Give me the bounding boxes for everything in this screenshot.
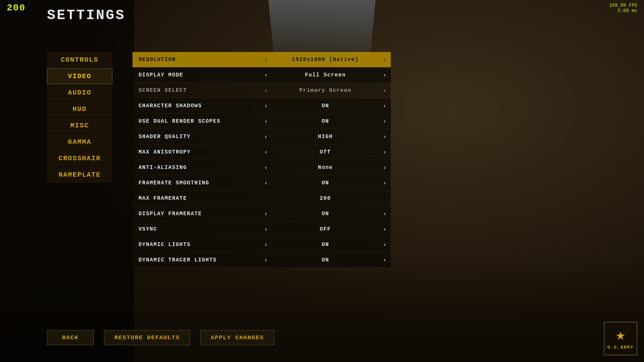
character-shadows-value: ON: [272, 103, 379, 109]
setting-control-dual-render: ‹ ON ›: [260, 114, 391, 129]
setting-row-display-framerate: DISPLAY FRAMERATE ‹ ON ›: [132, 206, 391, 222]
max-anisotropy-value: Off: [272, 149, 379, 155]
sidebar-item-nameplate[interactable]: NAMEPLATE: [47, 167, 112, 183]
bottom-bar: BACK RESTORE DEFAULTS APPLY CHANGES: [47, 330, 274, 345]
restore-defaults-button[interactable]: RESTORE DEFAULTS: [104, 330, 190, 345]
setting-label-max-framerate: MAX FRAMERATE: [132, 195, 260, 201]
sidebar-item-audio[interactable]: AUDIO: [47, 85, 112, 101]
setting-label-dynamic-lights: DYNAMIC LIGHTS: [132, 242, 260, 248]
setting-label-screen-select: SCREEN SELECT: [132, 87, 260, 94]
sidebar-item-crosshair[interactable]: CROSSHAIR: [47, 150, 112, 166]
anti-aliasing-prev-button[interactable]: ‹: [260, 160, 272, 175]
max-framerate-value: 200: [260, 195, 391, 201]
setting-label-max-anisotropy: MAX ANISOTROPY: [132, 149, 260, 155]
display-mode-value: Full Screen: [272, 72, 379, 78]
setting-row-resolution: RESOLUTION ‹ 644x362 [Native] ›: [132, 52, 391, 67]
setting-control-screen-select: ‹ Primary Screen ›: [260, 83, 391, 98]
setting-control-shader-quality: ‹ HIGH ›: [260, 129, 391, 144]
setting-control-anti-aliasing: ‹ None ›: [260, 160, 391, 175]
sidebar-item-gamma[interactable]: GAMMA: [47, 134, 112, 150]
shader-quality-value: HIGH: [272, 134, 379, 140]
setting-label-dual-render: USE DUAL RENDER SCOPES: [132, 118, 260, 124]
setting-control-framerate-smoothing: ‹ ON ›: [260, 175, 391, 191]
resolution-prev-button[interactable]: ‹: [260, 52, 272, 67]
setting-control-vsync: ‹ OFF ›: [260, 222, 391, 237]
character-shadows-prev-button[interactable]: ‹: [260, 98, 272, 114]
max-anisotropy-prev-button[interactable]: ‹: [260, 144, 272, 160]
army-text: U.S.ARMY: [607, 345, 634, 350]
display-framerate-next-button[interactable]: ›: [379, 206, 391, 222]
setting-label-character-shadows: CHARACTER SHADOWS: [132, 103, 260, 109]
apply-changes-button[interactable]: APPLY CHANGES: [200, 330, 274, 345]
settings-panel: RESOLUTION ‹ 644x362 [Native] › DISPLA…: [132, 52, 391, 268]
setting-control-dynamic-lights: ‹ ON ›: [260, 237, 391, 252]
vsync-prev-button[interactable]: ‹: [260, 222, 272, 237]
sidebar-item-misc[interactable]: MISC: [47, 118, 112, 133]
setting-label-resolution: RESOLUTION: [132, 57, 260, 63]
setting-control-resolution: ‹ 644x362 [Native] ›: [260, 52, 391, 67]
setting-row-anti-aliasing: ANTI-ALIASING ‹ None ›: [132, 160, 391, 175]
setting-row-display-mode: DISPLAY MODE ‹ Full Screen ›: [132, 67, 391, 83]
display-framerate-prev-button[interactable]: ‹: [260, 206, 272, 222]
setting-control-display-mode: ‹ Full Screen ›: [260, 67, 391, 83]
dynamic-tracer-next-button[interactable]: ›: [379, 252, 391, 268]
setting-label-shader-quality: SHADER QUALITY: [132, 134, 260, 140]
resolution-value: 644x362 [Native]: [272, 57, 379, 63]
screen-select-value: Primary Screen: [272, 87, 379, 94]
setting-row-max-anisotropy: MAX ANISOTROPY ‹ Off ›: [132, 144, 391, 160]
setting-label-dynamic-tracer: DYNAMIC TRACER LIGHTS: [132, 257, 260, 263]
setting-row-screen-select: SCREEN SELECT ‹ Primary Screen ›: [132, 83, 391, 98]
page-title: SETTINGS: [47, 7, 125, 23]
dynamic-tracer-value: ON: [272, 257, 379, 263]
setting-label-display-framerate: DISPLAY FRAMERATE: [132, 211, 260, 217]
screen-select-next-button[interactable]: ›: [379, 83, 391, 98]
dynamic-lights-prev-button[interactable]: ‹: [260, 237, 272, 252]
resolution-next-button[interactable]: ›: [379, 52, 391, 67]
setting-label-framerate-smoothing: FRAMERATE SMOOTHING: [132, 180, 260, 186]
sidebar-item-controls[interactable]: CONTROLS: [47, 52, 112, 68]
dynamic-lights-next-button[interactable]: ›: [379, 237, 391, 252]
setting-row-dynamic-tracer: DYNAMIC TRACER LIGHTS ‹ ON ›: [132, 252, 391, 268]
setting-control-character-shadows: ‹ ON ›: [260, 98, 391, 114]
setting-row-max-framerate: MAX FRAMERATE 200: [132, 191, 391, 206]
shader-quality-prev-button[interactable]: ‹: [260, 129, 272, 144]
setting-label-display-mode: DISPLAY MODE: [132, 72, 260, 78]
army-logo: ★ U.S.ARMY: [604, 322, 637, 355]
dynamic-tracer-prev-button[interactable]: ‹: [260, 252, 272, 268]
shader-quality-next-button[interactable]: ›: [379, 129, 391, 144]
dynamic-lights-value: ON: [272, 242, 379, 248]
screen-select-prev-button[interactable]: ‹: [260, 83, 272, 98]
setting-row-framerate-smoothing: FRAMERATE SMOOTHING ‹ ON ›: [132, 175, 391, 191]
vsync-next-button[interactable]: ›: [379, 222, 391, 237]
setting-control-display-framerate: ‹ ON ›: [260, 206, 391, 222]
framerate-smoothing-next-button[interactable]: ›: [379, 175, 391, 191]
back-button[interactable]: BACK: [47, 330, 94, 345]
setting-row-shader-quality: SHADER QUALITY ‹ HIGH ›: [132, 129, 391, 144]
anti-aliasing-next-button[interactable]: ›: [379, 160, 391, 175]
dual-render-prev-button[interactable]: ‹: [260, 114, 272, 129]
display-mode-prev-button[interactable]: ‹: [260, 67, 272, 83]
display-mode-next-button[interactable]: ›: [379, 67, 391, 83]
setting-label-anti-aliasing: ANTI-ALIASING: [132, 165, 260, 171]
display-framerate-value: ON: [272, 211, 379, 217]
max-anisotropy-next-button[interactable]: ›: [379, 144, 391, 160]
army-star-icon: ★: [616, 327, 626, 344]
setting-control-dynamic-tracer: ‹ ON ›: [260, 252, 391, 268]
fps-counter-topright: 199.99 FPS 5.00 ms: [609, 3, 637, 13]
dual-render-next-button[interactable]: ›: [379, 114, 391, 129]
vsync-value: OFF: [272, 226, 379, 232]
dual-render-value: ON: [272, 118, 379, 124]
anti-aliasing-value: None: [272, 165, 379, 171]
fps-counter-topleft: 200: [7, 3, 25, 13]
framerate-smoothing-value: ON: [272, 180, 379, 186]
character-shadows-next-button[interactable]: ›: [379, 98, 391, 114]
setting-label-vsync: VSYNC: [132, 226, 260, 232]
setting-row-vsync: VSYNC ‹ OFF ›: [132, 222, 391, 237]
framerate-smoothing-prev-button[interactable]: ‹: [260, 175, 272, 191]
sidebar: CONTROLS VIDEO AUDIO HUD MISC GAMMA CROS…: [47, 52, 112, 183]
sidebar-item-hud[interactable]: HUD: [47, 101, 112, 117]
setting-control-max-anisotropy: ‹ Off ›: [260, 144, 391, 160]
sidebar-item-video[interactable]: VIDEO: [47, 68, 112, 84]
bottom-scene: [0, 261, 644, 362]
setting-row-dynamic-lights: DYNAMIC LIGHTS ‹ ON ›: [132, 237, 391, 252]
